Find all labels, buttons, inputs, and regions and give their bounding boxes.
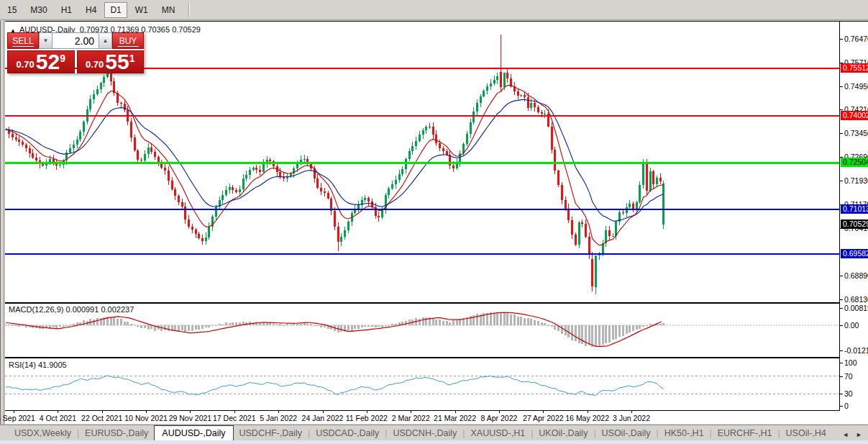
date-tick-label: 16 May 2022 xyxy=(562,414,613,422)
toolbar-separator xyxy=(188,3,190,17)
chart-tab-usoil-daily[interactable]: USOil-,Daily xyxy=(596,426,657,440)
timeframe-button-15[interactable]: 15 xyxy=(1,2,22,18)
axis-tick-mark xyxy=(840,133,843,134)
date-tick-mark xyxy=(190,411,191,413)
sell-price-prefix: 0.70 xyxy=(17,59,35,70)
current-price-badge: 0.70529 xyxy=(841,219,868,229)
chart-tab-usoil-h4[interactable]: USOil-,H4 xyxy=(780,426,832,440)
sell-price-display[interactable]: 0.70 52 9 xyxy=(7,50,75,73)
date-tick-label: 5 Jan 2022 xyxy=(253,414,303,422)
chart-tab-xauusd-h1[interactable]: XAUUSD-,H1 xyxy=(465,426,531,440)
rsi-tick-label: 30 xyxy=(844,389,853,398)
rsi-indicator-label: RSI(14) 41.9005 xyxy=(9,361,67,369)
volume-input[interactable]: 2.00 xyxy=(52,32,99,49)
macd-tick-label: 0.008197 xyxy=(844,304,868,312)
axis-tick-mark xyxy=(840,406,843,407)
axis-tick-mark xyxy=(840,39,843,40)
tab-scroll-arrows: ◄► xyxy=(842,431,868,440)
date-tick-mark xyxy=(102,411,103,413)
date-tick-mark xyxy=(278,411,279,413)
macd-tick-label: 0.00 xyxy=(844,321,859,330)
date-tick-mark xyxy=(323,411,324,413)
date-tick-mark xyxy=(631,411,632,413)
axis-tick-mark xyxy=(840,394,843,394)
date-tick-label: 29 Nov 2021 xyxy=(165,414,215,422)
axis-tick-mark xyxy=(840,363,843,363)
timeframe-button-h1[interactable]: H1 xyxy=(55,2,78,18)
buy-button[interactable]: BUY xyxy=(112,32,144,49)
timeframe-button-w1[interactable]: W1 xyxy=(129,2,154,18)
date-tick-mark xyxy=(234,411,235,413)
rsi-tick-label: 70 xyxy=(844,372,853,381)
date-tick-label: 4 Oct 2021 xyxy=(32,414,83,422)
date-tick-label: 17 Dec 2021 xyxy=(209,414,260,422)
timeframe-button-m30[interactable]: M30 xyxy=(24,2,52,18)
buy-price-prefix: 0.70 xyxy=(86,59,104,70)
chart-tab-ukoil-daily[interactable]: UKOil-,Daily xyxy=(533,426,593,440)
axis-tick-mark xyxy=(840,308,843,309)
chart-tab-hk50-h1[interactable]: HK50-,H1 xyxy=(659,426,710,440)
macd-indicator-label: MACD(12,26,9) 0.000991 0.002237 xyxy=(9,305,134,314)
price-tick-label: 0.74950 xyxy=(844,82,868,91)
timeframe-toolbar: 15M30H1H4D1W1MN xyxy=(0,0,868,20)
level-price-badge: 0.69582 xyxy=(841,249,868,258)
tab-scroll-right-icon[interactable]: ► xyxy=(856,431,862,438)
date-tick-mark xyxy=(543,411,544,413)
sell-button[interactable]: SELL xyxy=(7,32,39,49)
macd-tick-label: -0.01212 xyxy=(844,346,868,355)
window-left-edge xyxy=(0,21,4,440)
tab-scroll-left-icon[interactable]: ◄ xyxy=(842,431,849,438)
chart-tab-usdchf-daily[interactable]: USDCHF-,Daily xyxy=(234,426,309,440)
date-tick-mark xyxy=(499,411,500,413)
chart-tab-usdcnh-daily[interactable]: USDCNH-,Daily xyxy=(387,426,462,440)
date-tick-label: 27 Apr 2022 xyxy=(518,414,568,422)
buy-price-pip-digit: 1 xyxy=(129,53,135,64)
date-tick-label: 24 Jan 2022 xyxy=(298,414,348,422)
level-price-badge: 0.71013 xyxy=(841,204,868,214)
price-tick-label: 0.73450 xyxy=(844,129,868,137)
chart-tab-audusd-daily[interactable]: AUDUSD-,Daily xyxy=(154,425,233,440)
chart-tab-eurusd-daily[interactable]: EURUSD-,Daily xyxy=(79,426,154,440)
date-tick-mark xyxy=(14,411,14,413)
axis-tick-mark xyxy=(840,350,843,351)
date-axis: 15 Sep 20214 Oct 202122 Oct 202110 Nov 2… xyxy=(5,411,868,424)
date-tick-label: 3 Jun 2022 xyxy=(606,414,657,422)
level-price-badge: 0.74002 xyxy=(841,111,868,120)
date-tick-label: 2 Mar 2022 xyxy=(385,414,436,422)
date-tick-label: 22 Oct 2021 xyxy=(77,414,127,422)
rsi-tick-label: 100 xyxy=(844,358,857,367)
volume-decrease-spinner[interactable]: ▼ xyxy=(39,32,52,49)
date-tick-label: 8 Apr 2022 xyxy=(474,414,524,422)
chart-tab-eurchf-h1[interactable]: EURCHF-,H1 xyxy=(712,426,778,440)
level-price-badge: 0.75512 xyxy=(841,63,868,73)
volume-increase-spinner[interactable]: ▲ xyxy=(99,32,112,49)
price-tick-label: 0.68130 xyxy=(844,295,868,304)
price-tick-label: 0.71930 xyxy=(844,176,868,185)
rsi-tick-label: 0 xyxy=(844,402,849,410)
axis-tick-mark xyxy=(840,376,843,377)
price-tick-label: 0.68890 xyxy=(844,271,868,280)
timeframe-button-h4[interactable]: H4 xyxy=(80,2,102,18)
axis-tick-mark xyxy=(840,109,843,110)
timeframe-button-mn[interactable]: MN xyxy=(156,2,181,18)
timeframe-button-d1[interactable]: D1 xyxy=(104,2,127,18)
axis-tick-mark xyxy=(840,325,843,326)
rsi-panel-canvas[interactable] xyxy=(5,358,839,410)
date-tick-mark xyxy=(455,411,456,413)
date-tick-mark xyxy=(588,411,588,413)
axis-tick-mark xyxy=(840,181,843,181)
axis-tick-mark xyxy=(840,299,843,300)
date-tick-mark xyxy=(367,411,367,413)
chart-tab-usdx-weekly[interactable]: USDX,Weekly xyxy=(9,426,77,440)
one-click-trade-panel: SELL ▼ 2.00 ▲ BUY 0.70 52 9 0.70 55 1 xyxy=(7,32,144,73)
status-strip xyxy=(0,440,868,444)
level-price-badge: 0.72504 xyxy=(841,158,868,167)
date-tick-mark xyxy=(58,411,58,413)
chart-tab-bar: USDX,Weekly|EURUSD-,DailyAUDUSD-,DailyUS… xyxy=(0,425,868,440)
date-tick-label: 10 Nov 2021 xyxy=(121,414,171,422)
buy-price-display[interactable]: 0.70 55 1 xyxy=(77,50,145,73)
axis-tick-mark xyxy=(840,276,843,276)
axis-tick-mark xyxy=(840,86,843,87)
date-tick-mark xyxy=(146,411,147,413)
chart-tab-usdcad-daily[interactable]: USDCAD-,Daily xyxy=(310,426,385,440)
